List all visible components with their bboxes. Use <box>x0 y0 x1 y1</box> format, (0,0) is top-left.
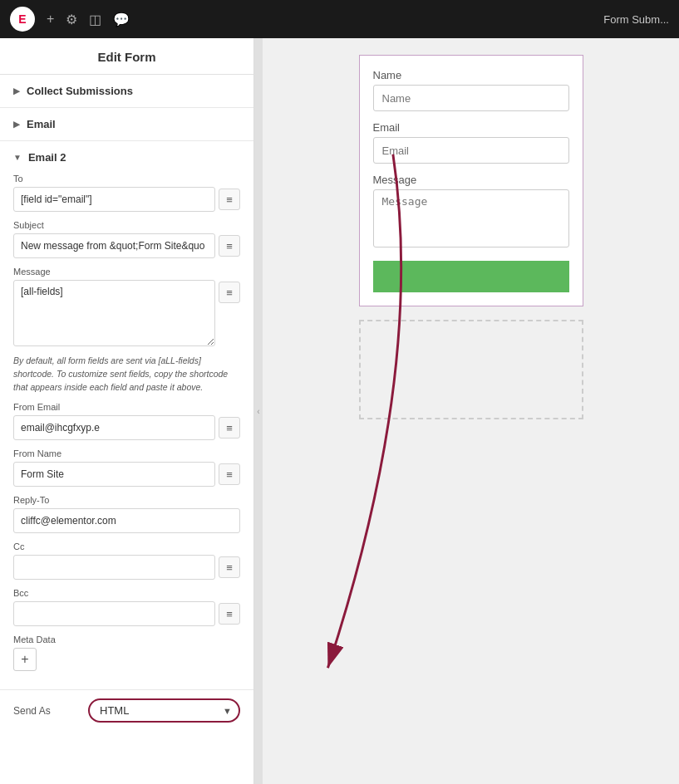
from-name-input[interactable] <box>13 462 215 487</box>
form-preview: Name Email Message <box>359 55 583 306</box>
subject-label: Subject <box>13 220 240 230</box>
email-header[interactable]: ▶ Email <box>0 108 253 140</box>
preview-email-label: Email <box>373 121 569 134</box>
filters-icon[interactable]: ⚙ <box>66 12 77 27</box>
email2-label: Email 2 <box>28 151 66 164</box>
main-layout: Edit Form ▶ Collect Submissions ▶ Email … <box>0 38 679 784</box>
from-email-label: From Email <box>13 402 240 412</box>
cc-row: Cc ≡ <box>13 541 240 580</box>
meta-add-button[interactable]: + <box>13 648 37 671</box>
meta-data-label: Meta Data <box>13 635 240 644</box>
bcc-input[interactable] <box>13 601 215 626</box>
email2-arrow: ▼ <box>13 153 22 162</box>
subject-icon-btn[interactable]: ≡ <box>219 235 240 257</box>
subject-input-wrap: ≡ <box>13 233 240 258</box>
reply-to-label: Reply-To <box>13 495 240 505</box>
preview-message-label: Message <box>373 174 569 186</box>
to-icon-btn[interactable]: ≡ <box>219 189 240 210</box>
message-input-wrap: [all-fields] ≡ <box>13 280 240 346</box>
collect-submissions-header[interactable]: ▶ Collect Submissions <box>0 75 253 107</box>
subject-row: Subject ≡ <box>13 220 240 258</box>
from-name-row: From Name ≡ <box>13 448 240 487</box>
toolbar: E + ⚙ ◫ 💬 Form Subm... <box>0 0 679 38</box>
panel-header: Edit Form <box>0 38 253 75</box>
message-row: Message [all-fields] ≡ <box>13 267 240 346</box>
preview-message-textarea[interactable] <box>373 189 569 247</box>
email-arrow: ▶ <box>13 120 20 129</box>
cc-input[interactable] <box>13 555 215 580</box>
right-content: Name Email Message <box>263 38 679 784</box>
reply-to-wrap <box>13 508 240 533</box>
to-row: To ≡ <box>13 174 240 212</box>
preview-message-group: Message <box>373 174 569 251</box>
to-input-wrap: ≡ <box>13 187 240 212</box>
layers-icon[interactable]: ◫ <box>89 12 101 27</box>
bcc-label: Bcc <box>13 588 240 598</box>
preview-submit-button[interactable] <box>373 261 569 292</box>
send-as-row: Send As HTML Plain Text ▼ <box>0 690 253 731</box>
message-icon-btn[interactable]: ≡ <box>219 282 240 303</box>
to-label: To <box>13 174 240 184</box>
bcc-row: Bcc ≡ <box>13 588 240 626</box>
hint-text: By default, all form fields are sent via… <box>13 355 240 394</box>
toolbar-title: Form Subm... <box>603 13 669 26</box>
bcc-wrap: ≡ <box>13 601 240 626</box>
message-label: Message <box>13 267 240 277</box>
email2-content: To ≡ Subject ≡ Message <box>0 174 253 689</box>
collect-submissions-label: Collect Submissions <box>27 85 133 97</box>
subject-input[interactable] <box>13 233 215 258</box>
from-email-row: From Email ≡ <box>13 402 240 440</box>
preview-name-input[interactable] <box>373 85 569 111</box>
email2-header[interactable]: ▼ Email 2 <box>0 141 253 174</box>
elementor-logo[interactable]: E <box>10 7 35 32</box>
cc-label: Cc <box>13 541 240 551</box>
email2-section: ▼ Email 2 To ≡ Subject ≡ <box>0 141 253 690</box>
from-email-icon-btn[interactable]: ≡ <box>219 417 240 439</box>
from-email-wrap: ≡ <box>13 415 240 440</box>
dashed-placeholder <box>359 320 583 419</box>
preview-name-label: Name <box>373 69 569 81</box>
bcc-icon-btn[interactable]: ≡ <box>219 603 240 625</box>
chat-icon[interactable]: 💬 <box>113 12 130 27</box>
send-as-select-wrap: HTML Plain Text ▼ <box>88 698 240 723</box>
collect-submissions-arrow: ▶ <box>13 86 20 96</box>
preview-name-group: Name <box>373 69 569 111</box>
collect-submissions-section: ▶ Collect Submissions <box>0 75 253 108</box>
reply-to-input[interactable] <box>13 508 240 533</box>
preview-email-input[interactable] <box>373 137 569 164</box>
message-textarea[interactable]: [all-fields] <box>13 280 215 346</box>
collapse-handle[interactable]: ‹ <box>254 38 263 784</box>
left-panel: Edit Form ▶ Collect Submissions ▶ Email … <box>0 38 254 784</box>
send-as-label: Send As <box>13 705 88 717</box>
from-name-wrap: ≡ <box>13 462 240 487</box>
email-section: ▶ Email <box>0 108 253 141</box>
from-name-label: From Name <box>13 448 240 458</box>
add-icon[interactable]: + <box>47 12 54 27</box>
meta-data-row: Meta Data + <box>13 635 240 671</box>
to-input[interactable] <box>13 187 215 212</box>
send-as-select[interactable]: HTML Plain Text <box>88 698 240 723</box>
preview-email-group: Email <box>373 121 569 164</box>
cc-wrap: ≡ <box>13 555 240 580</box>
email-label: Email <box>27 118 56 130</box>
from-name-icon-btn[interactable]: ≡ <box>219 463 240 485</box>
reply-to-row: Reply-To <box>13 495 240 533</box>
from-email-input[interactable] <box>13 415 215 440</box>
cc-icon-btn[interactable]: ≡ <box>219 556 240 578</box>
